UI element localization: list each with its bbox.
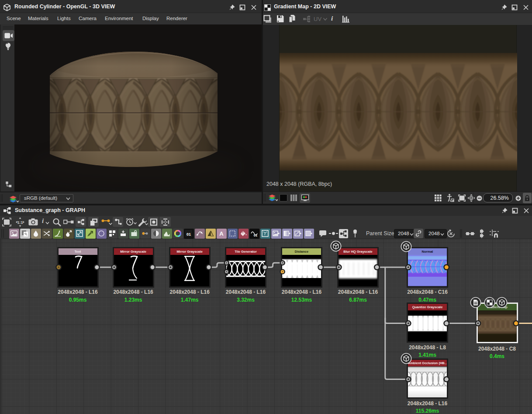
svg-text:1:1: 1:1 xyxy=(17,220,23,225)
svg-text:01: 01 xyxy=(187,232,191,237)
svg-text:01: 01 xyxy=(254,233,257,237)
svg-text:A: A xyxy=(219,230,224,237)
